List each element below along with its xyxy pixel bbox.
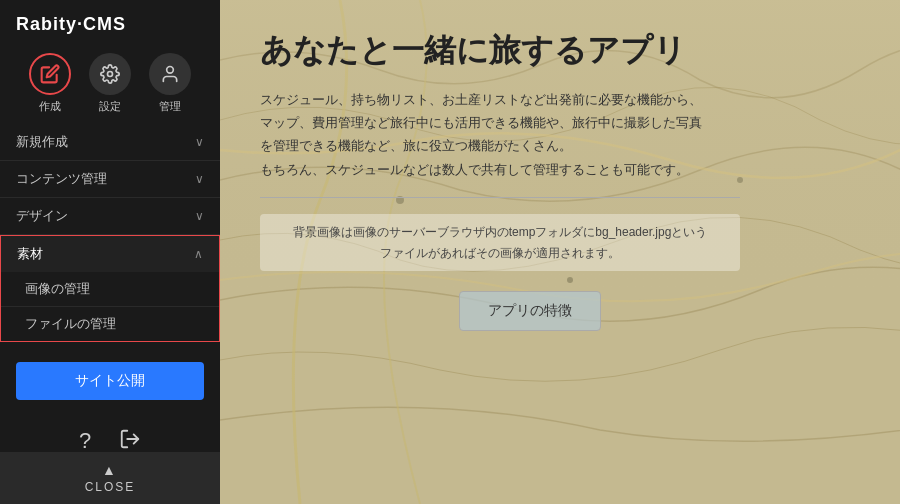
chevron-up-icon: ∧ [194, 247, 203, 261]
create-label: 作成 [39, 99, 61, 114]
menu-design[interactable]: デザイン ∨ [0, 198, 220, 235]
submenu-file-manage[interactable]: ファイルの管理 [1, 307, 219, 342]
hero-title: あなたと一緒に旅するアプリ [260, 30, 860, 72]
svg-point-1 [167, 67, 174, 74]
sidebar: Rabity·CMS 作成 設定 [0, 0, 220, 504]
logout-icon[interactable] [119, 428, 141, 452]
create-icon-circle [29, 53, 71, 95]
publish-button[interactable]: サイト公開 [16, 362, 204, 400]
sidebar-menu: 新規作成 ∨ コンテンツ管理 ∨ デザイン ∨ 素材 ∧ 画像の管理 ファイルの… [0, 118, 220, 452]
logout-svg-icon [119, 428, 141, 450]
settings-icon-circle [89, 53, 131, 95]
gear-icon [100, 64, 120, 84]
manage-icon-circle [149, 53, 191, 95]
sidebar-icon-settings[interactable]: 設定 [89, 53, 131, 114]
menu-content-manage[interactable]: コンテンツ管理 ∨ [0, 161, 220, 198]
chevron-down-icon: ∨ [195, 209, 204, 223]
chevron-down-icon: ∨ [195, 172, 204, 186]
chevron-down-icon: ∨ [195, 135, 204, 149]
main-content: あなたと一緒に旅するアプリ スケジュール、持ち物リスト、お土産リストなど出発前に… [220, 0, 900, 504]
hero-content-area: あなたと一緒に旅するアプリ スケジュール、持ち物リスト、お土産リストなど出発前に… [220, 0, 900, 351]
user-icon [160, 64, 180, 84]
hero-note: 背景画像は画像のサーバーブラウザ内のtempフォルダにbg_header.jpg… [260, 214, 740, 271]
hero-description: スケジュール、持ち物リスト、お土産リストなど出発前に必要な機能から、 マップ、費… [260, 88, 740, 182]
close-arrow-icon: ▲ [102, 462, 118, 478]
menu-materials[interactable]: 素材 ∧ [0, 235, 220, 272]
settings-label: 設定 [99, 99, 121, 114]
menu-new-create[interactable]: 新規作成 ∨ [0, 124, 220, 161]
materials-submenu: 画像の管理 ファイルの管理 [0, 272, 220, 342]
sidebar-icon-group: 作成 設定 管理 [0, 45, 220, 118]
close-label: CLOSE [85, 480, 136, 494]
sidebar-icon-manage[interactable]: 管理 [149, 53, 191, 114]
hero-divider [260, 197, 740, 198]
edit-icon [40, 64, 60, 84]
feature-button[interactable]: アプリの特徴 [459, 291, 601, 331]
submenu-image-manage[interactable]: 画像の管理 [1, 272, 219, 307]
manage-label: 管理 [159, 99, 181, 114]
sidebar-icon-create[interactable]: 作成 [29, 53, 71, 114]
svg-point-0 [108, 72, 113, 77]
help-icon[interactable]: ? [79, 428, 91, 452]
sidebar-bottom-icons: ? [0, 420, 220, 452]
sidebar-logo: Rabity·CMS [0, 0, 220, 45]
close-button[interactable]: ▲ CLOSE [0, 452, 220, 504]
